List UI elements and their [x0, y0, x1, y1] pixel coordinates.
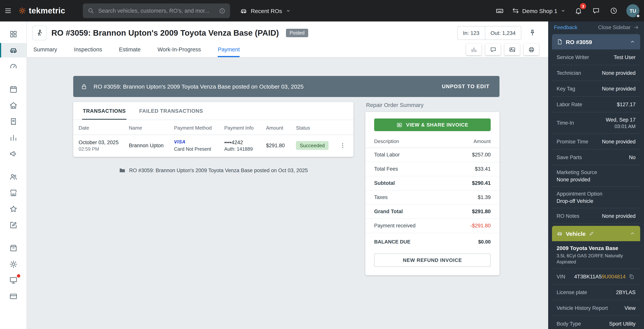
sidebar-item-gauge[interactable] [0, 59, 26, 74]
ro-stats-button[interactable] [466, 44, 482, 55]
detail-row-promise-time: Promise TimeNone provided [552, 134, 640, 150]
vin-prefix: 4T3BK11A5 [574, 274, 602, 280]
keyboard-icon [496, 7, 504, 15]
comment-icon [490, 46, 496, 53]
sidebar-item-shop[interactable] [0, 186, 26, 200]
row-value: $1.39 [478, 194, 491, 200]
tx-actions-menu-button[interactable] [337, 140, 348, 151]
hamburger-menu-button[interactable] [0, 3, 16, 19]
view-share-invoice-label: VIEW & SHARE INVOICE [406, 122, 468, 128]
tab-estimate[interactable]: Estimate [119, 42, 141, 57]
tab-payment[interactable]: Payment [218, 42, 240, 57]
view-share-invoice-button[interactable]: VIEW & SHARE INVOICE [374, 118, 491, 131]
sidebar-item-customers[interactable] [0, 170, 26, 184]
transaction-row: October 03, 2025 02:59 PM Brannon Upton … [73, 134, 354, 157]
brand-name: tekmetric [29, 6, 65, 15]
compose-icon [9, 221, 18, 229]
customer-waiting-button[interactable] [32, 26, 47, 40]
row-value: $257.00 [472, 152, 491, 158]
chat-icon [592, 7, 600, 14]
shop-switcher[interactable]: Demo Shop 1 [512, 7, 566, 14]
sidebar-item-dashboard[interactable] [0, 27, 26, 42]
sidebar-group-gap [0, 74, 26, 81]
sidebar-item-vehicles[interactable] [0, 43, 26, 58]
bar-chart-icon [470, 46, 477, 53]
vehicle-panel: Vehicle 2009 Toyota Venza Base 3.5L 6Cyl… [552, 226, 640, 329]
pin-ro-button[interactable] [526, 26, 539, 40]
arrow-right-icon [633, 24, 639, 30]
ro-panel-header[interactable]: RO #3059 [552, 34, 640, 50]
keyboard-shortcuts-button[interactable] [492, 3, 508, 19]
tx-time: 02:59 PM [78, 146, 129, 152]
notifications-button[interactable]: 3 [570, 3, 586, 19]
sidebar-item-reviews[interactable] [0, 202, 26, 216]
posted-banner-message: RO #3059: Brannon Upton's 2009 Toyota Ve… [94, 83, 304, 90]
vehicle-icon [556, 230, 563, 236]
tx-card-digits: ••••4242 [224, 140, 266, 145]
tab-summary[interactable]: Summary [33, 42, 57, 57]
sidebar-item-inventory[interactable] [0, 241, 26, 256]
billing-icon [9, 292, 18, 300]
sidebar-item-calendar[interactable] [0, 82, 26, 97]
sidebar-item-marketing[interactable] [0, 146, 26, 161]
row-value: $290.41 [472, 180, 491, 186]
vehicles-icon [9, 46, 18, 54]
recent-ros-dropdown[interactable]: Recent ROs [240, 7, 291, 14]
transactions-column: TRANSACTIONS FAILED TRANSACTIONS Date Na… [73, 102, 354, 174]
col-date: Date [78, 125, 129, 131]
transactions-table-header: Date Name Payment Method Payment Info Am… [73, 120, 354, 134]
tab-inspections[interactable]: Inspections [74, 42, 102, 57]
detail-row-vehicle-history: Vehicle History ReportView [552, 300, 640, 316]
feedback-link[interactable]: Feedback [554, 24, 578, 30]
edit-vehicle-pencil-icon[interactable] [588, 231, 594, 236]
time-clock-button[interactable] [606, 3, 622, 19]
mileage-in-out[interactable]: In: 123 Out: 1,234 [457, 26, 521, 40]
tab-failed-transactions[interactable]: FAILED TRANSACTIONS [138, 102, 204, 120]
new-refund-invoice-button[interactable]: NEW REFUND INVOICE [374, 254, 491, 267]
detail-row-key-tag: Key TagNone provided [552, 81, 640, 97]
summary-table-header: Description Amount [365, 138, 500, 148]
row-value: $33.41 [475, 166, 491, 172]
unpost-to-edit-button[interactable]: UNPOST TO EDIT [442, 84, 490, 89]
close-sidebar-button[interactable]: Close Sidebar [598, 24, 639, 30]
sidebar-item-garage[interactable] [0, 98, 26, 113]
global-search[interactable] [83, 4, 230, 18]
walking-person-icon [36, 29, 43, 37]
row-label: Technician [556, 70, 581, 76]
info-icon[interactable] [219, 8, 226, 14]
ro-print-button[interactable] [524, 44, 539, 55]
chevron-up-icon[interactable] [630, 39, 636, 45]
sidebar-item-billing[interactable] [0, 289, 26, 304]
tab-work-in-progress[interactable]: Work-In-Progress [158, 42, 201, 57]
copy-vin-button[interactable] [627, 272, 636, 281]
summary-row-grand-total: Grand Total$291.80 [365, 205, 500, 219]
sidebar-item-devices[interactable] [0, 273, 26, 288]
ro-media-button[interactable] [504, 44, 520, 55]
row-label: RO Notes [556, 213, 580, 219]
sidebar-item-settings[interactable] [0, 257, 26, 272]
topbar: tekmetric Recent ROs Demo Shop 1 3 [0, 0, 644, 22]
user-avatar[interactable]: TU [626, 4, 640, 17]
row-value: $127.17 [617, 102, 636, 107]
sidebar-item-reports[interactable] [0, 130, 26, 145]
vehicle-engine: 3.5L 6Cyl GAS 2GRFE Naturally Aspirated [556, 253, 631, 265]
search-input[interactable] [98, 8, 215, 14]
row-label: Grand Total [374, 208, 403, 214]
messages-button[interactable] [588, 3, 604, 19]
row-label: BALANCE DUE [374, 239, 410, 245]
shop-name: Demo Shop 1 [522, 8, 557, 14]
chevron-up-icon[interactable] [630, 230, 636, 236]
row-label: Subtotal [374, 180, 395, 186]
dashboard-icon [9, 30, 18, 38]
sidebar-item-receipts[interactable] [0, 114, 26, 129]
ro-messages-button[interactable] [485, 44, 501, 55]
ro-toolbar [466, 44, 539, 55]
sidebar-item-compose[interactable] [0, 218, 26, 232]
row-value: $0.00 [478, 239, 491, 245]
tekmetric-logo[interactable]: tekmetric [18, 6, 65, 15]
col-payment-method: Payment Method [174, 125, 224, 131]
vehicle-history-view-link[interactable]: View [624, 305, 636, 311]
detail-row-service-writer: Service WriterTest User [552, 50, 640, 65]
tab-transactions[interactable]: TRANSACTIONS [82, 102, 126, 120]
vehicle-panel-header[interactable]: Vehicle [552, 226, 640, 241]
